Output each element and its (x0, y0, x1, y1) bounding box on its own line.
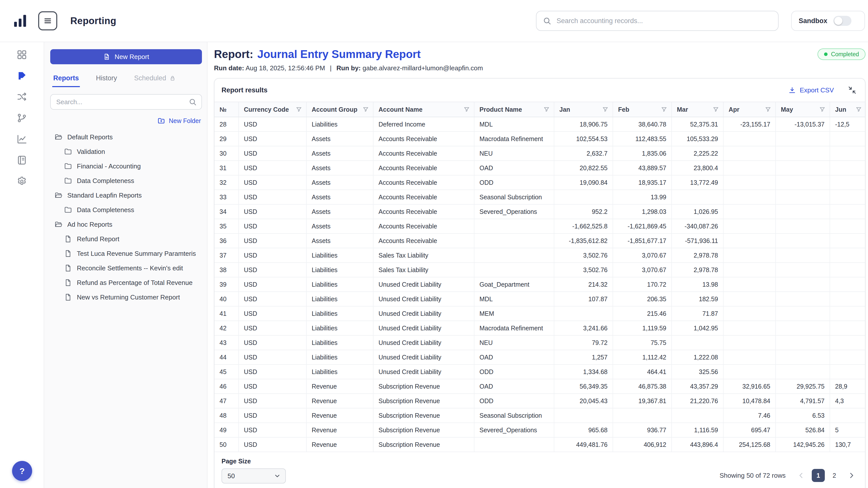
sidebar-search-input[interactable] (50, 94, 202, 110)
journal-icon (16, 155, 27, 166)
table-cell: USD (239, 350, 306, 364)
collapse-results-button[interactable] (848, 86, 857, 95)
table-cell (830, 277, 865, 292)
tree-item-folder[interactable]: Ad hoc Reports (50, 217, 202, 232)
table-row: 41USDLiabilitiesUnused Credit LiabilityM… (215, 306, 865, 321)
filter-icon[interactable] (661, 106, 667, 113)
collapse-icon (848, 86, 857, 94)
table-cell: Liabilities (306, 335, 373, 350)
table-cell (723, 306, 776, 321)
rail-item-git-branch[interactable] (12, 108, 31, 128)
column-header[interactable]: Mar (672, 102, 723, 117)
rail-item-settings[interactable] (12, 172, 31, 191)
column-header[interactable]: Apr (723, 102, 776, 117)
filter-icon[interactable] (296, 106, 302, 113)
table-row: 28USDLiabilitiesDeferred IncomeMDL18,906… (215, 117, 865, 132)
tree-item-folder[interactable]: Default Reports (50, 130, 202, 144)
table-cell: 1,257 (554, 350, 613, 364)
table-cell: 1,116.59 (672, 423, 723, 437)
filter-icon[interactable] (363, 106, 369, 113)
table-cell (672, 190, 723, 204)
tab-history[interactable]: History (95, 72, 118, 87)
table-cell: 3,070.67 (613, 263, 672, 277)
table-cell (776, 233, 830, 248)
filter-icon[interactable] (463, 106, 470, 113)
column-header[interactable]: Currency Code (239, 102, 306, 117)
table-cell: 46,875.38 (613, 379, 672, 394)
column-header[interactable]: Account Name (373, 102, 474, 117)
rail-item-apps[interactable] (12, 45, 31, 64)
table-cell: Revenue (306, 379, 373, 394)
tab-reports[interactable]: Reports (52, 72, 80, 87)
table-cell: Subscription Revenue (373, 423, 474, 437)
report-name-link[interactable]: Journal Entry Summary Report (257, 48, 421, 60)
help-button[interactable]: ? (12, 461, 32, 481)
filter-icon[interactable] (602, 106, 609, 113)
table-cell (613, 408, 672, 423)
new-folder-button[interactable]: New Folder (157, 117, 201, 125)
menu-toggle-button[interactable] (38, 11, 57, 30)
tree-item-file[interactable]: Refund as Percentage of Total Revenue (50, 275, 202, 290)
table-cell: 1,835.06 (613, 146, 672, 161)
tree-item-folder[interactable]: Data Completeness (50, 203, 202, 217)
column-header[interactable]: Jun (830, 102, 865, 117)
table-cell: 50 (215, 437, 239, 452)
column-header[interactable]: Account Group (306, 102, 373, 117)
tree-item-file[interactable]: Refund Report (50, 232, 202, 246)
tree-item-folder[interactable]: Validation (50, 144, 202, 159)
tree-item-label: Financial - Accounting (77, 162, 141, 170)
tab-scheduled[interactable]: Scheduled (133, 72, 177, 87)
filter-icon[interactable] (819, 106, 826, 113)
folder-open-icon (54, 133, 63, 141)
table-cell: Accounts Receivable (373, 175, 474, 190)
global-search-input[interactable] (536, 11, 779, 31)
column-header[interactable]: № (215, 102, 239, 117)
new-folder-row: New Folder (50, 117, 202, 125)
tree-item-folder[interactable]: Financial - Accounting (50, 159, 202, 173)
rail-item-line-chart[interactable] (12, 130, 31, 149)
page-button-2[interactable]: 2 (828, 469, 841, 482)
table-cell: USD (239, 161, 306, 175)
new-report-button[interactable]: New Report (50, 49, 202, 64)
tree-item-file[interactable]: Test Luca Revenue Summary Paramteris (50, 246, 202, 261)
table-cell: Liabilities (306, 248, 373, 263)
tree-item-folder[interactable]: Data Completeness (50, 173, 202, 188)
table-cell: Accounts Receivable (373, 146, 474, 161)
table-cell: USD (239, 190, 306, 204)
filter-icon[interactable] (713, 106, 719, 113)
export-csv-button[interactable]: Export CSV (788, 86, 834, 94)
table-cell (830, 175, 865, 190)
filter-icon[interactable] (543, 106, 550, 113)
table-cell: 3,070.67 (613, 248, 672, 263)
results-table-wrap: №Currency CodeAccount GroupAccount NameP… (215, 102, 865, 452)
page-size-select[interactable]: 50 (221, 468, 286, 484)
tree-item-file[interactable]: New vs Returning Customer Report (50, 290, 202, 304)
table-cell: 13.98 (672, 277, 723, 292)
table-cell: 1,026.95 (672, 204, 723, 219)
column-header[interactable]: Product Name (474, 102, 554, 117)
column-header[interactable]: May (776, 102, 830, 117)
table-cell: 46 (215, 379, 239, 394)
filter-icon[interactable] (765, 106, 771, 113)
tree-item-file[interactable]: Reconcile Settlements -- Kevin's edit (50, 261, 202, 275)
page-buttons: 12 (812, 469, 841, 482)
rail-item-journal[interactable] (12, 151, 31, 170)
column-header[interactable]: Feb (613, 102, 672, 117)
table-cell: Unused Credit Liability (373, 335, 474, 350)
filter-icon[interactable] (856, 106, 862, 113)
meta-separator: | (330, 64, 332, 72)
sandbox-toggle[interactable] (833, 16, 851, 26)
rail-item-shuffle[interactable] (12, 87, 31, 106)
rail-item-leapfin-logo[interactable] (12, 66, 31, 85)
column-header[interactable]: Jan (554, 102, 613, 117)
search-icon (188, 98, 197, 106)
table-cell (830, 146, 865, 161)
next-page-button[interactable] (846, 469, 857, 482)
table-row: 50USDRevenueSubscription Revenue449,481.… (215, 437, 865, 452)
page-button-1[interactable]: 1 (812, 469, 825, 482)
prev-page-button[interactable] (796, 469, 807, 482)
tree-item-folder[interactable]: Standard Leapfin Reports (50, 188, 202, 203)
table-cell: USD (239, 132, 306, 146)
table-cell: 40 (215, 292, 239, 306)
table-cell (672, 335, 723, 350)
